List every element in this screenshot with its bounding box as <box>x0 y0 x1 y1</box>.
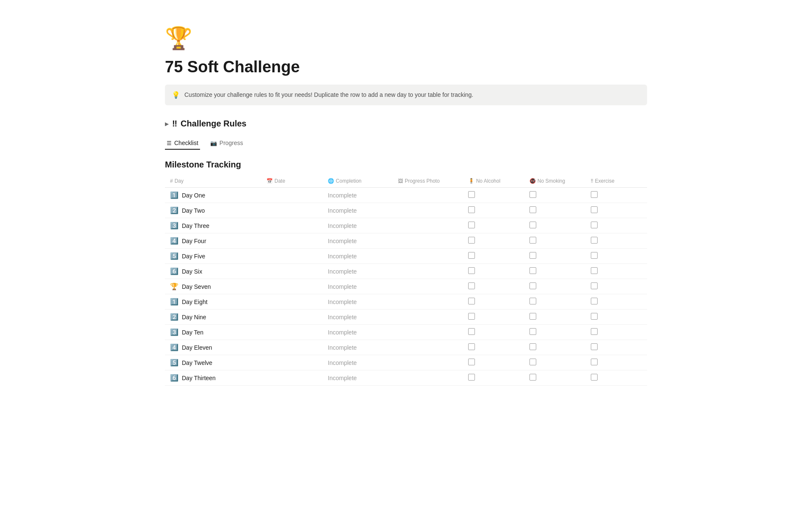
exercise-checkbox-12[interactable] <box>591 374 598 381</box>
no-smoking-checkbox-3[interactable] <box>529 237 536 244</box>
progress-photo-cell-2 <box>393 218 463 233</box>
exercise-checkbox-10[interactable] <box>591 343 598 350</box>
no-smoking-checkbox-2[interactable] <box>529 222 536 228</box>
progress-tab-label: Progress <box>219 140 243 146</box>
progress-photo-cell-0 <box>393 188 463 203</box>
exercise-cell-6 <box>586 279 647 294</box>
no-alcohol-checkbox-4[interactable] <box>468 252 475 259</box>
tab-checklist[interactable]: ☰ Checklist <box>165 137 200 150</box>
date-cell-11[interactable] <box>261 355 323 370</box>
date-cell-7[interactable] <box>261 294 323 310</box>
date-cell-1[interactable] <box>261 203 323 218</box>
date-cell-0[interactable] <box>261 188 323 203</box>
no-smoking-checkbox-6[interactable] <box>529 282 536 289</box>
exercise-checkbox-0[interactable] <box>591 191 598 198</box>
day-cell-3: 4️⃣ Day Four <box>165 233 261 249</box>
no-alcohol-cell-1 <box>463 203 524 218</box>
completion-cell-6: Incomplete <box>323 279 393 294</box>
col-header-date: 📅Date <box>261 175 323 188</box>
date-cell-8[interactable] <box>261 310 323 325</box>
progress-photo-cell-11 <box>393 355 463 370</box>
no-smoking-checkbox-7[interactable] <box>529 298 536 304</box>
day-label-3: Day Four <box>182 238 206 244</box>
day-emoji-4: 5️⃣ <box>170 252 178 260</box>
exercise-checkbox-11[interactable] <box>591 359 598 365</box>
progress-photo-cell-12 <box>393 370 463 386</box>
day-label-1: Day Two <box>182 207 205 214</box>
date-cell-5[interactable] <box>261 264 323 279</box>
no-alcohol-checkbox-1[interactable] <box>468 206 475 213</box>
no-smoking-checkbox-10[interactable] <box>529 343 536 350</box>
day-emoji-6: 🏆 <box>170 282 178 290</box>
no-smoking-checkbox-12[interactable] <box>529 374 536 381</box>
no-smoking-checkbox-11[interactable] <box>529 359 536 365</box>
no-smoking-checkbox-0[interactable] <box>529 191 536 198</box>
col-header-progress-photo: 🖼Progress Photo <box>393 175 463 188</box>
no-alcohol-icon: 🧍 <box>468 178 475 184</box>
no-alcohol-checkbox-3[interactable] <box>468 237 475 244</box>
no-alcohol-cell-2 <box>463 218 524 233</box>
image-icon: 🖼 <box>398 178 403 184</box>
hash-icon: # <box>170 178 173 184</box>
completion-cell-5: Incomplete <box>323 264 393 279</box>
toggle-arrow[interactable]: ▶ <box>165 121 169 127</box>
no-alcohol-cell-0 <box>463 188 524 203</box>
exercise-cell-7 <box>586 294 647 310</box>
day-cell-11: 5️⃣ Day Twelve <box>165 355 261 370</box>
table-row: 🏆 Day Seven Incomplete <box>165 279 647 294</box>
exercise-checkbox-1[interactable] <box>591 206 598 213</box>
day-emoji-3: 4️⃣ <box>170 237 178 245</box>
day-label-6: Day Seven <box>182 283 211 290</box>
no-smoking-checkbox-1[interactable] <box>529 206 536 213</box>
no-alcohol-checkbox-11[interactable] <box>468 359 475 365</box>
no-smoking-checkbox-5[interactable] <box>529 267 536 274</box>
progress-photo-cell-1 <box>393 203 463 218</box>
date-cell-3[interactable] <box>261 233 323 249</box>
date-cell-10[interactable] <box>261 340 323 355</box>
no-alcohol-checkbox-9[interactable] <box>468 328 475 335</box>
day-label-11: Day Twelve <box>182 359 212 366</box>
no-alcohol-checkbox-6[interactable] <box>468 282 475 289</box>
exercise-checkbox-4[interactable] <box>591 252 598 259</box>
no-smoking-cell-0 <box>524 188 586 203</box>
day-cell-7: 1️⃣ Day Eight <box>165 294 261 310</box>
exercise-checkbox-2[interactable] <box>591 222 598 228</box>
date-cell-6[interactable] <box>261 279 323 294</box>
date-cell-2[interactable] <box>261 218 323 233</box>
no-smoking-cell-2 <box>524 218 586 233</box>
date-cell-9[interactable] <box>261 325 323 340</box>
day-emoji-1: 2️⃣ <box>170 206 178 214</box>
table-row: 3️⃣ Day Ten Incomplete <box>165 325 647 340</box>
no-alcohol-cell-4 <box>463 249 524 264</box>
day-label-12: Day Thirteen <box>182 375 216 381</box>
no-smoking-cell-5 <box>524 264 586 279</box>
exercise-checkbox-7[interactable] <box>591 298 598 304</box>
no-alcohol-checkbox-0[interactable] <box>468 191 475 198</box>
date-cell-12[interactable] <box>261 370 323 386</box>
exercise-checkbox-3[interactable] <box>591 237 598 244</box>
no-smoking-checkbox-8[interactable] <box>529 313 536 320</box>
day-emoji-12: 6️⃣ <box>170 374 178 382</box>
day-label-4: Day Five <box>182 253 205 260</box>
exercise-checkbox-6[interactable] <box>591 282 598 289</box>
date-cell-4[interactable] <box>261 249 323 264</box>
no-alcohol-checkbox-12[interactable] <box>468 374 475 381</box>
no-alcohol-checkbox-2[interactable] <box>468 222 475 228</box>
no-smoking-checkbox-4[interactable] <box>529 252 536 259</box>
challenge-rules-emoji: ‼️ <box>172 119 177 129</box>
exercise-checkbox-8[interactable] <box>591 313 598 320</box>
no-alcohol-checkbox-7[interactable] <box>468 298 475 304</box>
no-alcohol-cell-11 <box>463 355 524 370</box>
no-alcohol-checkbox-8[interactable] <box>468 313 475 320</box>
table-row: 6️⃣ Day Six Incomplete <box>165 264 647 279</box>
callout-box: 💡 Customize your challenge rules to fit … <box>165 85 647 105</box>
callout-text: Customize your challenge rules to fit yo… <box>184 90 473 99</box>
exercise-cell-0 <box>586 188 647 203</box>
no-alcohol-checkbox-10[interactable] <box>468 343 475 350</box>
no-smoking-checkbox-9[interactable] <box>529 328 536 335</box>
day-emoji-9: 3️⃣ <box>170 328 178 336</box>
exercise-checkbox-9[interactable] <box>591 328 598 335</box>
exercise-checkbox-5[interactable] <box>591 267 598 274</box>
no-alcohol-checkbox-5[interactable] <box>468 267 475 274</box>
tab-progress[interactable]: 📷 Progress <box>208 137 245 150</box>
